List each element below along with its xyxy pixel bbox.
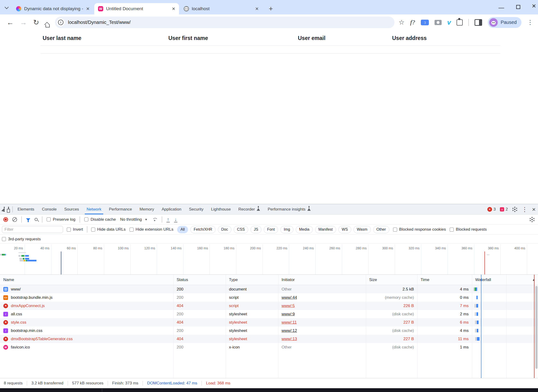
bookmark-star-icon[interactable]: ☆	[399, 19, 405, 26]
network-request-row[interactable]: /bootstrap.min.css200stylesheetwww/:12(d…	[0, 327, 538, 335]
checkbox[interactable]	[393, 228, 397, 232]
filter-pill-media[interactable]: Media	[296, 226, 313, 233]
browser-tab-1[interactable]: Dynamic data not displaying - V ×	[12, 3, 93, 14]
clear-network-log-icon[interactable]	[12, 217, 17, 222]
initiator-cell[interactable]: www/:5	[278, 302, 366, 310]
minimize-button[interactable]: —	[499, 4, 504, 11]
devtools-tab-security[interactable]: Security	[185, 204, 207, 214]
devtools-tab-application[interactable]: Application	[158, 204, 185, 214]
devtools-tab-sources[interactable]: Sources	[60, 204, 83, 214]
devtools-close-icon[interactable]: ×	[532, 206, 536, 213]
filter-pill-ws[interactable]: WS	[338, 226, 351, 233]
invert-checkbox[interactable]: Invert	[67, 227, 83, 232]
devtools-tab-lighthouse[interactable]: Lighthouse	[207, 204, 234, 214]
network-request-row[interactable]: /all.css200stylesheetwww/:9(disk cache)2…	[0, 310, 538, 318]
back-icon[interactable]: ←	[7, 19, 14, 27]
sort-ascending-icon[interactable]: ▲	[532, 278, 535, 281]
side-panel-icon[interactable]	[475, 19, 482, 26]
reload-icon[interactable]: ↻	[33, 18, 39, 27]
filter-pill-wasm[interactable]: Wasm	[353, 226, 371, 233]
filter-pill-js[interactable]: JS	[251, 226, 262, 233]
filter-pill-doc[interactable]: Doc	[218, 226, 231, 233]
column-header-time[interactable]: Time	[417, 275, 472, 285]
request-name-cell[interactable]: <>bootstrap.bundle.min.js	[0, 293, 173, 302]
network-settings-gear-icon[interactable]	[529, 217, 535, 222]
checkbox[interactable]	[91, 228, 95, 232]
column-header-initiator[interactable]: Initiator	[278, 275, 366, 285]
column-divider[interactable]	[226, 275, 226, 378]
checkbox[interactable]	[450, 228, 454, 232]
initiator-cell[interactable]: www/:13	[278, 335, 366, 343]
tab-close-icon[interactable]: ×	[172, 6, 175, 12]
tab-search-chevron-icon[interactable]	[5, 5, 8, 9]
browser-tab-3[interactable]: localhost ×	[180, 3, 262, 14]
address-bar[interactable]: i localhost/Dynamic_Test/www/	[55, 17, 395, 28]
checkbox[interactable]	[84, 217, 88, 221]
column-divider[interactable]	[472, 275, 472, 378]
device-toolbar-icon[interactable]	[8, 207, 9, 211]
network-request-row[interactable]: www/200documentOther2.5 kB4 ms	[0, 285, 538, 293]
devtools-tab-recorder[interactable]: Recorder	[235, 204, 264, 214]
checkbox[interactable]	[67, 228, 71, 232]
column-divider[interactable]	[366, 275, 366, 378]
browser-menu-icon[interactable]: ⋮	[527, 19, 533, 26]
extension-fq-icon[interactable]: f?	[410, 19, 415, 26]
devtools-tab-memory[interactable]: Memory	[136, 204, 158, 214]
network-request-row[interactable]: Wfavicon.ico200x-iconOther(disk cache)1 …	[0, 343, 538, 351]
network-request-row[interactable]: ✕style.css404stylesheetwww/:11227 B6 ms	[0, 318, 538, 327]
request-name-cell[interactable]: /bootstrap.min.css	[0, 327, 173, 335]
column-divider[interactable]	[278, 275, 278, 378]
network-request-row[interactable]: ✕dmxBootstrap5TableGenerator.css404style…	[0, 335, 538, 343]
column-header-status[interactable]: Status	[173, 275, 226, 285]
request-name-cell[interactable]: /all.css	[0, 310, 173, 318]
request-name-cell[interactable]: www/	[0, 285, 173, 293]
vimeo-icon[interactable]: v	[447, 19, 451, 26]
export-har-icon[interactable]: ↓	[174, 217, 177, 222]
site-info-icon[interactable]: i	[57, 19, 65, 26]
filter-pill-font[interactable]: Font	[264, 226, 278, 233]
filter-pill-all[interactable]: All	[177, 226, 188, 233]
devtools-tab-elements[interactable]: Elements	[14, 204, 38, 214]
disable-cache-checkbox[interactable]: Disable cache	[84, 217, 116, 222]
extension-camera-icon[interactable]	[434, 20, 442, 25]
vertical-scrollbar[interactable]	[535, 286, 538, 369]
column-divider[interactable]	[417, 275, 418, 378]
tab-close-icon[interactable]: ×	[255, 6, 259, 12]
checkbox[interactable]	[47, 217, 51, 221]
preserve-log-checkbox[interactable]: Preserve log	[47, 217, 75, 222]
profile-button[interactable]: Paused	[488, 17, 521, 28]
request-name-cell[interactable]: Wfavicon.ico	[0, 343, 173, 351]
forward-icon[interactable]: →	[20, 19, 27, 27]
import-har-icon[interactable]: ↑	[167, 217, 170, 222]
network-request-row[interactable]: ✕dmxAppConnect.js404scriptwww/:5226 B7 m…	[0, 302, 538, 310]
column-header-size[interactable]: Size	[366, 275, 417, 285]
column-header-type[interactable]: Type	[226, 275, 278, 285]
initiator-cell[interactable]: www/:44	[278, 293, 366, 302]
third-party-requests-checkbox[interactable]: 3rd-party requests	[2, 237, 41, 242]
hide-extension-urls-checkbox[interactable]: Hide extension URLs	[129, 227, 174, 232]
request-name-cell[interactable]: ✕style.css	[0, 318, 173, 327]
column-header-waterfall[interactable]: Waterfall	[472, 275, 538, 285]
record-network-log-icon[interactable]	[3, 217, 8, 222]
search-icon[interactable]	[35, 218, 38, 221]
network-overview-timeline[interactable]: 20 ms40 ms60 ms80 ms100 ms120 ms140 ms16…	[0, 244, 538, 275]
blocked-requests-checkbox[interactable]: Blocked requests	[450, 227, 487, 232]
tab-close-icon[interactable]: ×	[86, 6, 90, 12]
error-count-badge[interactable]: ✕ 3	[487, 207, 496, 212]
extensions-puzzle-icon[interactable]	[457, 19, 463, 26]
initiator-cell[interactable]: www/:11	[278, 318, 366, 327]
request-name-cell[interactable]: ✕dmxBootstrap5TableGenerator.css	[0, 335, 173, 343]
filter-pill-other[interactable]: Other	[373, 226, 389, 233]
filter-input[interactable]	[2, 226, 63, 233]
hide-data-urls-checkbox[interactable]: Hide data URLs	[91, 227, 126, 232]
network-request-row[interactable]: <>bootstrap.bundle.min.js200scriptwww/:4…	[0, 293, 538, 302]
devtools-tab-performance-insights[interactable]: Performance insights	[264, 204, 314, 214]
window-close-button[interactable]: ×	[532, 2, 536, 10]
filter-pill-css[interactable]: CSS	[234, 226, 248, 233]
devtools-tab-performance[interactable]: Performance	[105, 204, 136, 214]
devtools-tab-network[interactable]: Network	[83, 204, 105, 214]
initiator-cell[interactable]: www/:9	[278, 310, 366, 318]
filter-pill-fetch-xhr[interactable]: Fetch/XHR	[190, 226, 215, 233]
network-conditions-icon[interactable]	[152, 218, 157, 221]
devtools-menu-icon[interactable]: ⋮	[522, 206, 528, 213]
